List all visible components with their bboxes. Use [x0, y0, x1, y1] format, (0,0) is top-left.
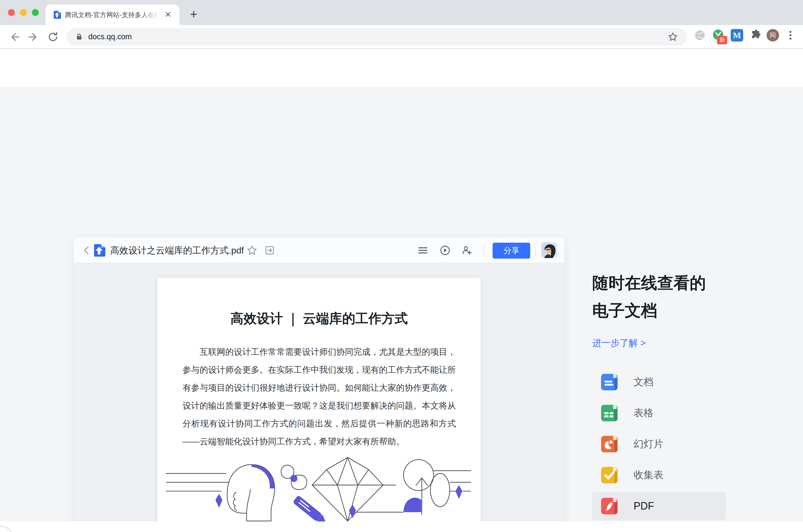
- back-icon[interactable]: [8, 31, 20, 43]
- pdf-page: 高效设计 ｜ 云端库的工作方式 互联网的设计工作常常需要设计师们协同完成，尤其是…: [158, 278, 481, 532]
- promo-heading-line1: 随时在线查看的: [592, 269, 763, 297]
- globe-extension-icon[interactable]: [694, 29, 706, 41]
- promo-heading-line2: 电子文档: [592, 297, 763, 324]
- user-avatar[interactable]: [541, 242, 557, 258]
- doc-type-list: 文档 表格 幻灯片: [592, 367, 726, 522]
- ssl-lock-icon: [75, 33, 83, 41]
- browser-tab-strip: 腾讯文档-官方网站-支持多人在线 ✕ +: [0, 0, 803, 25]
- list-item-forms[interactable]: 收集表: [592, 461, 726, 489]
- pdf-icon: [601, 498, 618, 514]
- tab-title: 腾讯文档-官方网站-支持多人在线: [65, 4, 159, 25]
- list-item-pdf[interactable]: PDF: [592, 492, 726, 520]
- doc-file-logo-icon: [92, 243, 106, 258]
- pdf-paragraph: 互联网的设计工作常常需要设计师们协同完成，尤其是大型的项目，参与的设计师会更多。…: [183, 343, 456, 450]
- list-item-sheets[interactable]: 表格: [592, 399, 726, 427]
- new-tab-button[interactable]: +: [186, 7, 202, 23]
- url-text: docs.qq.com: [88, 28, 132, 45]
- favorite-star-icon[interactable]: [246, 245, 258, 256]
- menu-hamburger-icon[interactable]: [417, 245, 428, 256]
- m-extension-icon[interactable]: M: [731, 29, 743, 41]
- share-button[interactable]: 分享: [493, 243, 530, 259]
- translate-extension-icon[interactable]: 新: [712, 29, 725, 41]
- pdf-page-title: 高效设计 ｜ 云端库的工作方式: [158, 310, 481, 327]
- list-item-slides[interactable]: 幻灯片: [592, 430, 726, 458]
- mac-close-button[interactable]: [8, 9, 15, 16]
- browser-toolbar: docs.qq.com 新 M 间: [0, 25, 803, 49]
- reload-icon[interactable]: [47, 31, 59, 43]
- address-bar[interactable]: docs.qq.com: [67, 28, 687, 45]
- present-play-icon[interactable]: [439, 245, 451, 256]
- header-divider: [483, 244, 484, 256]
- browser-profile-avatar[interactable]: 间: [767, 29, 779, 41]
- list-item-label: 幻灯片: [634, 437, 663, 451]
- header-divider: [535, 244, 536, 256]
- mac-fullscreen-button[interactable]: [32, 9, 39, 16]
- sheets-icon: [601, 405, 618, 421]
- mac-minimize-button[interactable]: [20, 9, 27, 16]
- list-item-label: 表格: [634, 406, 654, 420]
- browser-tab[interactable]: 腾讯文档-官方网站-支持多人在线 ✕: [45, 4, 179, 25]
- list-item-docs[interactable]: 文档: [592, 367, 726, 396]
- extensions-puzzle-icon[interactable]: [749, 29, 762, 41]
- design-illustration: [166, 456, 471, 524]
- extension-new-badge: 新: [717, 36, 727, 44]
- doc-viewer-header: 高效设计之云端库的工作方式.pdf 分享: [74, 238, 564, 263]
- add-collaborator-icon[interactable]: [461, 245, 472, 256]
- list-item-label: 文档: [634, 375, 654, 388]
- tab-close-icon[interactable]: ✕: [163, 10, 172, 19]
- list-item-label: PDF: [634, 500, 654, 512]
- list-item-label: 收集表: [634, 468, 663, 482]
- document-title: 高效设计之云端库的工作方式.pdf: [110, 238, 244, 263]
- back-chevron-icon[interactable]: [81, 245, 92, 256]
- move-to-folder-icon[interactable]: [264, 245, 275, 256]
- page-body: 高效设计之云端库的工作方式.pdf 分享: [0, 87, 803, 521]
- docs-icon: [601, 374, 618, 390]
- promo-heading: 随时在线查看的 电子文档: [592, 269, 763, 324]
- learn-more-link[interactable]: 进一步了解 >: [592, 337, 646, 349]
- browser-menu-icon[interactable]: [785, 29, 796, 41]
- bookmark-star-icon[interactable]: [668, 32, 678, 41]
- next-section-strip: [0, 521, 803, 532]
- forms-icon: [601, 467, 618, 483]
- site-header: 腾讯文档 产品 场景解决方案 会员 开放API 下载 支持 立即使用: [0, 49, 803, 87]
- tencent-docs-favicon: [52, 10, 61, 19]
- slides-icon: [601, 436, 618, 452]
- forward-icon[interactable]: [28, 31, 39, 43]
- doc-viewer-card: 高效设计之云端库的工作方式.pdf 分享: [74, 238, 564, 532]
